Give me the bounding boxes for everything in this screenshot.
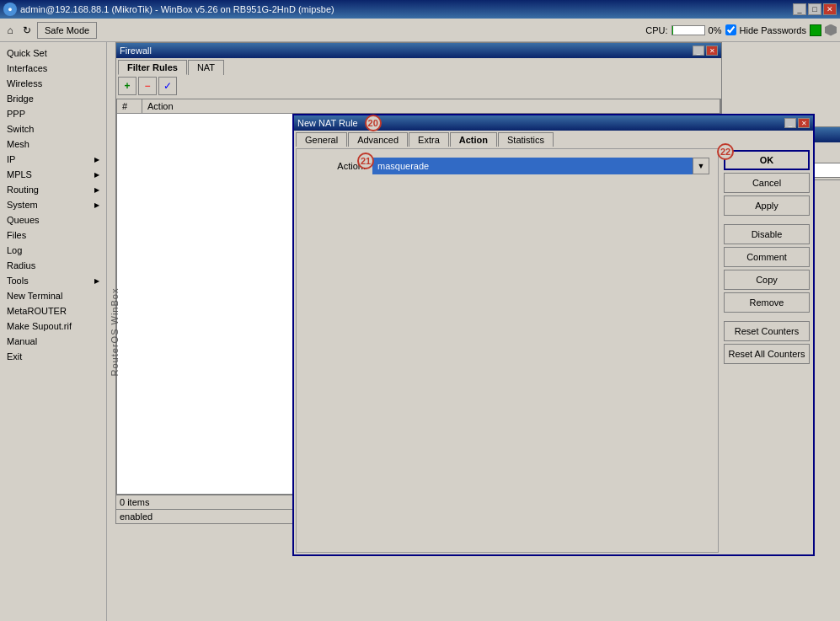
sidebar-item-mpls[interactable]: MPLS ▶ bbox=[0, 167, 106, 182]
sidebar-item-interfaces[interactable]: Interfaces bbox=[0, 61, 106, 76]
refresh-icon[interactable]: ↻ bbox=[20, 24, 34, 37]
ok-button[interactable]: 22 OK bbox=[724, 150, 810, 170]
tools-arrow-icon: ▶ bbox=[94, 277, 99, 285]
reset-counters-button[interactable]: Reset Counters bbox=[724, 321, 810, 341]
cpu-indicator bbox=[671, 25, 705, 35]
sidebar-item-exit[interactable]: Exit bbox=[0, 349, 106, 364]
sidebar-item-metarouter[interactable]: MetaROUTER bbox=[0, 303, 106, 319]
sidebar-item-switch[interactable]: Switch bbox=[0, 121, 106, 137]
ip-arrow-icon: ▶ bbox=[94, 156, 99, 163]
fw-remove-button[interactable]: − bbox=[138, 77, 157, 95]
cancel-button[interactable]: Cancel bbox=[724, 173, 810, 193]
sidebar-item-files[interactable]: Files bbox=[0, 228, 106, 243]
app-icon: ● bbox=[3, 3, 17, 16]
sidebar-item-quickset[interactable]: Quick Set bbox=[0, 46, 106, 61]
sidebar-item-mesh[interactable]: Mesh bbox=[0, 137, 106, 152]
col-action: Action bbox=[142, 99, 720, 113]
col-number: # bbox=[117, 99, 142, 113]
sidebar-item-radius[interactable]: Radius bbox=[0, 258, 106, 273]
nat-close-button[interactable]: ✕ bbox=[798, 118, 810, 128]
comment-button[interactable]: Comment bbox=[724, 247, 810, 267]
system-arrow-icon: ▶ bbox=[94, 201, 99, 209]
action-row: Action: 21 masquerade ▼ bbox=[305, 158, 709, 174]
sidebar-item-new-terminal[interactable]: New Terminal bbox=[0, 288, 106, 303]
minimize-button[interactable]: _ bbox=[793, 3, 806, 15]
routing-arrow-icon: ▶ bbox=[94, 186, 99, 194]
fw-copy-button[interactable]: ✓ bbox=[158, 77, 177, 95]
hide-passwords-checkbox[interactable] bbox=[725, 24, 736, 35]
firewall-toolbar: + − ✓ bbox=[116, 75, 721, 97]
firewall-title: Firewall bbox=[120, 46, 152, 56]
status-indicator bbox=[810, 24, 821, 36]
nat-tab-general[interactable]: General bbox=[296, 132, 347, 147]
nat-tab-advanced[interactable]: Advanced bbox=[348, 132, 408, 147]
sidebar-item-bridge[interactable]: Bridge bbox=[0, 91, 106, 106]
sidebar-item-queues[interactable]: Queues bbox=[0, 212, 106, 228]
sidebar: Quick Set Interfaces Wireless Bridge PPP… bbox=[0, 42, 107, 621]
sidebar-item-wireless[interactable]: Wireless bbox=[0, 76, 106, 91]
window-title: admin@192.168.88.1 (MikroTik) - WinBox v… bbox=[20, 4, 334, 14]
reset-all-counters-button[interactable]: Reset All Counters bbox=[724, 344, 810, 364]
nat-minimize-button[interactable]: _ bbox=[784, 118, 796, 128]
sidebar-item-routing[interactable]: Routing ▶ bbox=[0, 182, 106, 197]
sidebar-item-system[interactable]: System ▶ bbox=[0, 197, 106, 212]
title-controls: _ □ ✕ bbox=[793, 3, 837, 15]
step-20-badge: 20 bbox=[365, 115, 382, 131]
nat-tab-bar: General Advanced Extra Action Statistics bbox=[294, 131, 813, 147]
firewall-tab-bar: Filter Rules NAT bbox=[116, 58, 721, 75]
maximize-button[interactable]: □ bbox=[808, 3, 821, 15]
firewall-table-header: # Action bbox=[117, 99, 720, 114]
content-area: RouterOS WinBox Firewall _ ✕ all ▼ ▼ Fir… bbox=[107, 42, 840, 621]
nat-dialog: New NAT Rule 20 _ ✕ General Advanced Ext… bbox=[292, 114, 815, 556]
shield-icon bbox=[825, 24, 837, 36]
copy-button[interactable]: Copy bbox=[724, 270, 810, 290]
main-toolbar: ⌂ ↻ Safe Mode CPU: 0% Hide Passwords bbox=[0, 19, 840, 42]
sidebar-item-manual[interactable]: Manual bbox=[0, 334, 106, 349]
nat-tab-extra[interactable]: Extra bbox=[409, 132, 449, 147]
firewall-minimize-button[interactable]: _ bbox=[693, 46, 704, 56]
nat-titlebar: New NAT Rule 20 _ ✕ bbox=[294, 115, 813, 131]
cpu-value: 0% bbox=[709, 25, 722, 35]
nat-body: Action: 21 masquerade ▼ 22 OK bbox=[294, 147, 813, 554]
nat-form: Action: 21 masquerade ▼ bbox=[296, 148, 719, 553]
home-icon[interactable]: ⌂ bbox=[3, 24, 17, 37]
safe-mode-button[interactable]: Safe Mode bbox=[37, 22, 97, 39]
sidebar-item-make-supout[interactable]: Make Supout.rif bbox=[0, 319, 106, 334]
disable-button[interactable]: Disable bbox=[724, 224, 810, 244]
fw-add-button[interactable]: + bbox=[118, 77, 136, 95]
sidebar-item-log[interactable]: Log bbox=[0, 243, 106, 258]
nat-tab-statistics[interactable]: Statistics bbox=[498, 132, 554, 147]
step-21-badge: 21 bbox=[357, 153, 374, 169]
sidebar-item-ip[interactable]: IP ▶ bbox=[0, 152, 106, 167]
nat-tab-action[interactable]: Action bbox=[450, 132, 497, 147]
remove-button[interactable]: Remove bbox=[724, 292, 810, 313]
mpls-arrow-icon: ▶ bbox=[94, 171, 99, 179]
tab-nat[interactable]: NAT bbox=[188, 60, 224, 75]
sidebar-item-ppp[interactable]: PPP bbox=[0, 106, 106, 121]
vertical-label: RouterOS WinBox bbox=[110, 287, 120, 376]
sidebar-item-tools[interactable]: Tools ▶ bbox=[0, 273, 106, 288]
title-bar: ● admin@192.168.88.1 (MikroTik) - WinBox… bbox=[0, 0, 840, 19]
action-input[interactable]: masquerade bbox=[372, 158, 693, 174]
nat-buttons-panel: 22 OK Cancel Apply Disable Comment bbox=[720, 147, 813, 554]
apply-button[interactable]: Apply bbox=[724, 195, 810, 216]
action-dropdown-button[interactable]: ▼ bbox=[693, 158, 709, 174]
tab-filter-rules[interactable]: Filter Rules bbox=[118, 60, 187, 75]
close-button[interactable]: ✕ bbox=[823, 3, 837, 15]
nat-title: New NAT Rule bbox=[297, 118, 358, 128]
firewall-close-button[interactable]: ✕ bbox=[706, 46, 718, 56]
firewall-titlebar: Firewall _ ✕ bbox=[116, 43, 721, 58]
hide-passwords-label: Hide Passwords bbox=[740, 25, 806, 35]
cpu-label: CPU: bbox=[645, 25, 667, 35]
step-22-badge: 22 bbox=[717, 143, 734, 160]
